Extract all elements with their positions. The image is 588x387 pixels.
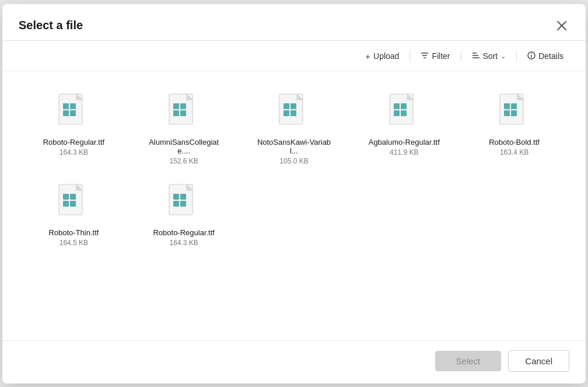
select-file-dialog: Select a file + Upload Filter Sort ⌄ (2, 4, 586, 383)
upload-icon: + (365, 51, 370, 61)
file-size: 411.9 KB (390, 148, 418, 156)
upload-label: Upload (373, 51, 399, 61)
file-size: 105.0 KB (279, 157, 308, 165)
svg-point-10 (531, 53, 532, 54)
file-icon (388, 93, 420, 131)
file-grid: Roboto-Regular.ttf 164.3 KB AlumniSansCo… (2, 71, 586, 340)
toolbar: + Upload Filter Sort ⌄ Details (2, 41, 586, 71)
toolbar-separator-2 (461, 50, 461, 62)
file-size: 164.5 KB (60, 239, 88, 247)
file-item[interactable]: Roboto-Regular.ttf 164.3 KB (129, 173, 239, 255)
file-size: 164.3 KB (170, 239, 198, 247)
file-size: 163.4 KB (500, 148, 528, 156)
svg-rect-28 (401, 103, 407, 109)
svg-rect-30 (401, 110, 407, 116)
file-item[interactable]: Agbalumo-Regular.ttf 411.9 KB (349, 83, 459, 173)
dialog-title: Select a file (19, 19, 83, 32)
svg-rect-39 (63, 201, 69, 207)
svg-rect-12 (63, 103, 69, 109)
dialog-header: Select a file (2, 4, 586, 41)
sort-label: Sort (483, 51, 498, 61)
dialog-footer: Select Cancel (2, 340, 586, 383)
file-name: Roboto-Regular.ttf (153, 228, 215, 237)
filter-icon (421, 51, 429, 61)
details-button[interactable]: Details (522, 48, 569, 65)
sort-chevron-icon: ⌄ (501, 53, 506, 60)
file-name: Roboto-Bold.ttf (489, 138, 540, 147)
svg-rect-13 (70, 103, 76, 109)
cancel-button[interactable]: Cancel (508, 350, 569, 372)
sort-icon (472, 51, 480, 61)
select-button[interactable]: Select (435, 351, 502, 371)
svg-rect-20 (180, 110, 186, 116)
toolbar-separator-1 (410, 50, 410, 62)
svg-rect-35 (511, 110, 517, 116)
file-item[interactable]: AlumniSansCollegiate.... 152.6 KB (129, 83, 239, 173)
svg-rect-42 (173, 194, 179, 200)
file-item[interactable]: NotoSansKawi-Variabl... 105.0 KB (239, 83, 349, 173)
filter-label: Filter (432, 51, 450, 61)
file-item[interactable]: Roboto-Bold.ttf 163.4 KB (459, 83, 569, 173)
file-name: Roboto-Regular.ttf (43, 138, 105, 147)
svg-rect-14 (63, 110, 69, 116)
svg-rect-25 (290, 110, 296, 116)
file-icon (278, 93, 310, 131)
svg-rect-33 (511, 103, 517, 109)
svg-rect-22 (284, 103, 289, 109)
svg-rect-32 (504, 103, 510, 109)
close-icon (556, 20, 567, 31)
filter-button[interactable]: Filter (415, 48, 456, 65)
file-icon (499, 93, 530, 131)
toolbar-separator-3 (516, 50, 517, 62)
svg-rect-27 (394, 103, 400, 109)
svg-rect-44 (173, 201, 179, 207)
file-name: NotoSansKawi-Variabl... (256, 138, 332, 155)
file-item[interactable]: Roboto-Thin.ttf 164.5 KB (19, 173, 129, 255)
file-name: Agbalumo-Regular.ttf (369, 138, 440, 147)
upload-button[interactable]: + Upload (359, 48, 405, 65)
svg-rect-17 (173, 103, 179, 109)
file-name: AlumniSansCollegiate.... (146, 138, 222, 155)
sort-button[interactable]: Sort ⌄ (466, 48, 512, 65)
file-size: 152.6 KB (170, 157, 198, 165)
svg-rect-43 (180, 194, 186, 200)
details-label: Details (538, 51, 564, 61)
svg-rect-37 (63, 194, 69, 200)
svg-rect-45 (180, 201, 186, 207)
file-icon (168, 184, 200, 221)
svg-rect-15 (70, 110, 76, 116)
svg-rect-29 (394, 110, 400, 116)
svg-rect-38 (70, 194, 76, 200)
file-size: 164.3 KB (60, 148, 88, 156)
file-name: Roboto-Thin.ttf (48, 228, 99, 237)
file-icon (168, 93, 200, 131)
file-item[interactable]: Roboto-Regular.ttf 164.3 KB (19, 83, 129, 173)
svg-rect-23 (290, 103, 296, 109)
details-icon (527, 51, 536, 61)
svg-rect-40 (70, 201, 76, 207)
svg-rect-18 (180, 103, 186, 109)
svg-rect-19 (173, 110, 179, 116)
svg-rect-24 (284, 110, 289, 116)
close-button[interactable] (554, 18, 569, 33)
svg-rect-34 (504, 110, 510, 116)
file-icon (58, 93, 89, 131)
file-icon (58, 184, 89, 221)
